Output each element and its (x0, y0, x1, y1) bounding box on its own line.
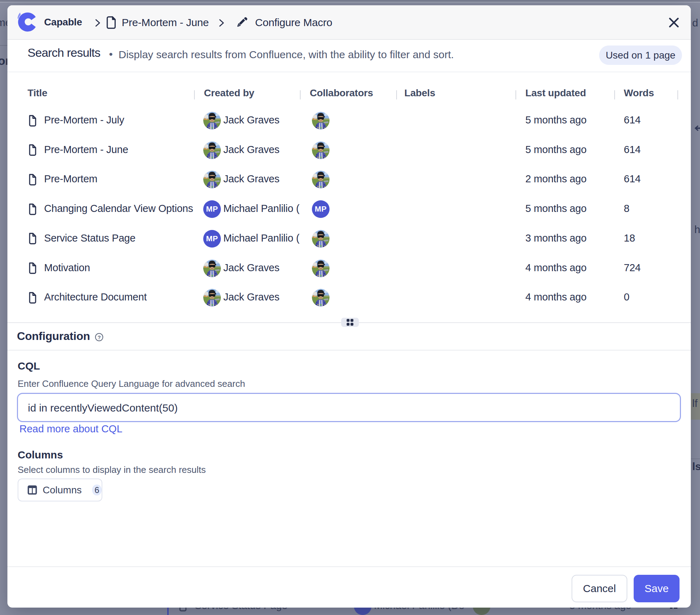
svg-text:?: ? (97, 334, 101, 340)
